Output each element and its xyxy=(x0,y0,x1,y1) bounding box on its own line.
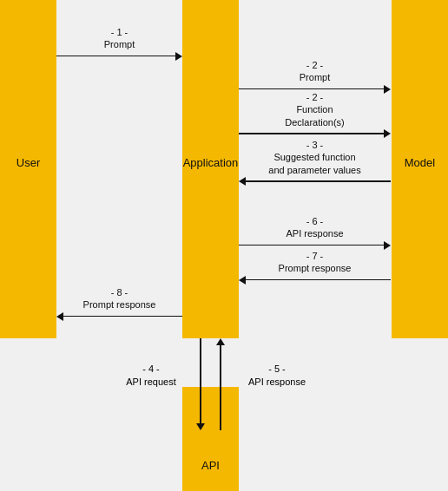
arrow7-line xyxy=(239,276,391,285)
arrow8-line xyxy=(56,312,182,321)
application-label: Application xyxy=(182,156,239,169)
api-request-arrow xyxy=(195,338,206,430)
arrow1-line xyxy=(56,52,182,61)
arrow2a-container: - 2 -Prompt xyxy=(239,59,391,94)
app-column xyxy=(182,0,239,338)
arrow7-container: - 7 -Prompt response xyxy=(239,250,391,285)
user-label: User xyxy=(0,156,56,169)
arrow3-line xyxy=(239,177,391,186)
arrow6-label: - 6 -API response xyxy=(239,215,391,240)
api-response-label: - 5 - API response xyxy=(239,363,315,390)
arrow1-label: - 1 -Prompt xyxy=(56,26,182,51)
api-response-arrow xyxy=(215,338,226,430)
api-label: API xyxy=(182,459,239,472)
arrow6-line xyxy=(239,241,391,250)
model-column xyxy=(392,0,448,338)
arrow2b-container: - 2 -FunctionDeclaration(s) xyxy=(239,91,391,138)
arrow3-container: - 3 -Suggested functionand parameter val… xyxy=(239,139,391,186)
diagram: User Application Model API - 1 -Prompt -… xyxy=(0,0,448,491)
arrow2a-label: - 2 -Prompt xyxy=(239,59,391,84)
api-request-label: - 4 - API request xyxy=(113,363,189,390)
arrow8-label: - 8 -Prompt response xyxy=(56,286,182,311)
arrow7-label: - 7 -Prompt response xyxy=(239,250,391,275)
arrow3-label: - 3 -Suggested functionand parameter val… xyxy=(239,139,391,176)
user-column xyxy=(0,0,56,338)
api-column xyxy=(182,387,239,491)
arrow8-container: - 8 -Prompt response xyxy=(56,286,182,321)
arrow2b-line xyxy=(239,129,391,138)
model-label: Model xyxy=(392,156,448,169)
arrow2b-label: - 2 -FunctionDeclaration(s) xyxy=(239,91,391,128)
arrow1-container: - 1 -Prompt xyxy=(56,26,182,61)
arrow6-container: - 6 -API response xyxy=(239,215,391,250)
